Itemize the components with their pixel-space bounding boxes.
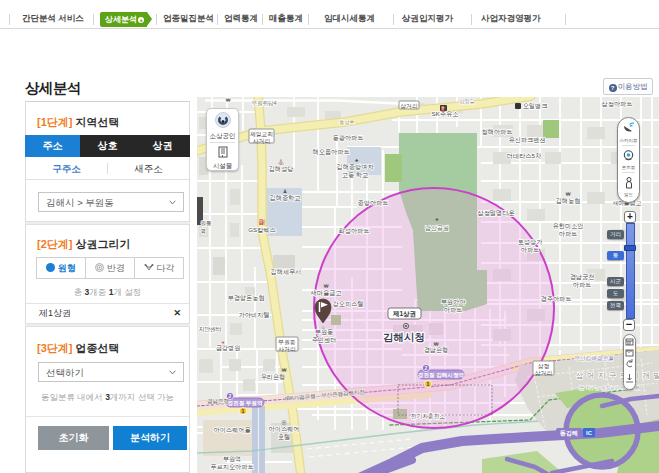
svg-text:IC: IC bbox=[586, 430, 593, 436]
svg-text:부원위답4: 부원위답4 bbox=[251, 100, 276, 106]
svg-text:새마을금고: 새마을금고 bbox=[311, 289, 342, 296]
svg-text:아이스퀘어몰: 아이스퀘어몰 bbox=[213, 426, 250, 433]
svg-text:경주아파트: 경주아파트 bbox=[541, 295, 572, 303]
svg-text:사거리: 사거리 bbox=[253, 138, 270, 144]
svg-text:삼정아파트: 삼정아파트 bbox=[602, 100, 633, 108]
svg-text:국: 국 bbox=[200, 228, 206, 234]
svg-text:부원가야: 부원가야 bbox=[441, 298, 466, 305]
svg-text:제1상권: 제1상권 bbox=[392, 310, 416, 318]
svg-text:청해아파트: 청해아파트 bbox=[482, 128, 513, 136]
svg-text:경전철 부원역: 경전철 부원역 bbox=[227, 400, 262, 407]
svg-text:GS칼텍스: GS칼텍스 bbox=[248, 226, 276, 233]
svg-text:⛽: ⛽ bbox=[441, 105, 447, 112]
svg-text:유한미소안: 유한미소안 bbox=[553, 222, 584, 229]
svg-text:원동: 원동 bbox=[201, 220, 213, 226]
svg-text:주민센터: 주민센터 bbox=[312, 336, 337, 343]
svg-text:김해세무서: 김해세무서 bbox=[271, 268, 302, 275]
svg-text:유신파크맨션: 유신파크맨션 bbox=[508, 136, 545, 143]
svg-text:부원동: 부원동 bbox=[278, 339, 296, 345]
svg-text:⛪: ⛪ bbox=[278, 158, 285, 166]
svg-text:아파트: 아파트 bbox=[559, 230, 578, 237]
svg-text:삼정: 삼정 bbox=[538, 363, 550, 369]
svg-text:중앙아파트: 중앙아파트 bbox=[358, 199, 389, 207]
svg-text:₩: ₩ bbox=[282, 367, 287, 373]
svg-text:우리은행: 우리은행 bbox=[261, 373, 286, 381]
svg-text:SK주유소: SK주유소 bbox=[432, 110, 459, 117]
svg-text:아파트: 아파트 bbox=[573, 281, 592, 288]
svg-text:부산김해경전철: 부산김해경전철 bbox=[574, 355, 613, 361]
svg-text:₩: ₩ bbox=[226, 97, 231, 103]
svg-text:푸르지오아파트: 푸르지오아파트 bbox=[210, 463, 253, 470]
svg-text:더테라스5차: 더테라스5차 bbox=[507, 152, 542, 159]
svg-text:⛽: ⛽ bbox=[259, 218, 266, 226]
svg-text:금강병원: 금강병원 bbox=[216, 344, 241, 352]
svg-text:동광아파트: 동광아파트 bbox=[333, 134, 364, 141]
svg-text:삼정말명타운: 삼정말명타운 bbox=[477, 209, 514, 217]
svg-text:고등 학교: 고등 학교 bbox=[342, 171, 368, 178]
svg-text:제일교회: 제일교회 bbox=[250, 131, 273, 137]
svg-text:김해성당: 김해성당 bbox=[269, 165, 294, 173]
svg-text:치안센터: 치안센터 bbox=[198, 326, 221, 332]
svg-text:사거리: 사거리 bbox=[278, 346, 295, 352]
svg-text:1: 1 bbox=[427, 381, 430, 387]
svg-text:♨: ♨ bbox=[321, 325, 325, 330]
svg-text:김해중앙여자: 김해중앙여자 bbox=[336, 163, 374, 171]
svg-text:삼거리: 삼거리 bbox=[400, 103, 417, 109]
svg-text:₩: ₩ bbox=[324, 283, 329, 289]
svg-text:부원역: 부원역 bbox=[223, 455, 242, 462]
svg-text:삼정길: 삼정길 bbox=[460, 98, 475, 105]
svg-text:삼어지구도시개발: 삼어지구도시개발 bbox=[576, 371, 659, 380]
svg-text:₩: ₩ bbox=[434, 341, 439, 347]
svg-text:가야비지텔: 가야비지텔 bbox=[239, 311, 270, 318]
svg-text:경남은행: 경남은행 bbox=[207, 398, 229, 405]
svg-text:아파트: 아파트 bbox=[521, 246, 540, 253]
svg-text:경남궁전: 경남궁전 bbox=[570, 273, 595, 281]
svg-text:화성아파트: 화성아파트 bbox=[339, 227, 370, 235]
svg-text:2: 2 bbox=[229, 393, 232, 399]
svg-text:동상로: 동상로 bbox=[340, 119, 355, 125]
svg-text:남산공원: 남산공원 bbox=[425, 225, 449, 232]
svg-text:2: 2 bbox=[425, 365, 428, 371]
svg-text:오일뱅크: 오일뱅크 bbox=[523, 102, 548, 109]
svg-text:동김해: 동김해 bbox=[560, 430, 578, 437]
svg-text:아파트: 아파트 bbox=[444, 306, 463, 313]
svg-text:Ⓗ: Ⓗ bbox=[282, 419, 287, 425]
svg-text:전기차충전소: 전기차충전소 bbox=[411, 413, 446, 419]
svg-text:아이스퀘어: 아이스퀘어 bbox=[269, 425, 300, 432]
svg-text:부경양돈농협: 부경양돈농협 bbox=[227, 294, 264, 302]
svg-text:김해중학교: 김해중학교 bbox=[270, 194, 301, 201]
svg-text:+: + bbox=[221, 339, 224, 345]
svg-text:김해농협: 김해농협 bbox=[556, 197, 581, 204]
svg-text:1: 1 bbox=[242, 408, 245, 414]
svg-text:경남은행: 경남은행 bbox=[424, 346, 449, 354]
svg-text:호텔: 호텔 bbox=[278, 433, 290, 440]
svg-text:해오름아파트: 해오름아파트 bbox=[312, 148, 349, 155]
svg-text:김해시청: 김해시청 bbox=[383, 331, 425, 343]
svg-text:♟: ♟ bbox=[283, 188, 287, 194]
svg-text:삼거리: 삼거리 bbox=[535, 370, 552, 376]
svg-text:강오피스텔: 강오피스텔 bbox=[333, 300, 364, 308]
svg-text:토성상가: 토성상가 bbox=[518, 238, 544, 246]
svg-text:경전철 김해시청역: 경전철 김해시청역 bbox=[418, 372, 464, 379]
svg-text:₩: ₩ bbox=[566, 191, 571, 197]
